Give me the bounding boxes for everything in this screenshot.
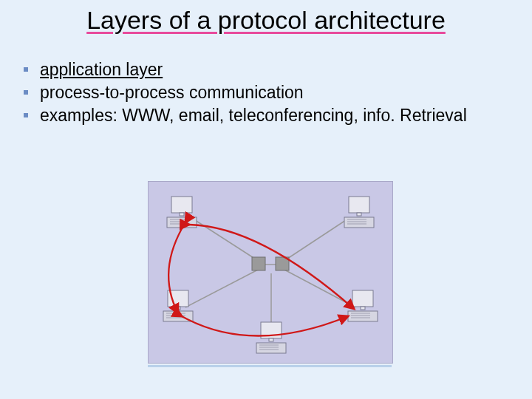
computer-icon <box>167 197 197 228</box>
computer-icon <box>256 322 286 353</box>
bullet-list: application layer process-to-process com… <box>40 59 502 126</box>
bullet-text: process-to-process communication <box>40 83 304 102</box>
slide-title: Layers of a protocol architecture <box>0 6 532 35</box>
network-links <box>185 219 355 330</box>
slide-body: application layer process-to-process com… <box>40 59 502 127</box>
bullet-item: examples: WWW, email, teleconferencing, … <box>40 105 502 126</box>
computer-icon <box>344 197 374 228</box>
bullet-text: application layer <box>40 60 163 79</box>
computer-icon <box>348 290 378 321</box>
slide: Layers of a protocol architecture applic… <box>0 0 532 399</box>
computer-icon <box>163 290 193 321</box>
svg-line-7 <box>283 219 348 262</box>
bullet-text: examples: WWW, email, teleconferencing, … <box>40 106 467 125</box>
application-paths <box>168 222 354 336</box>
bullet-item: process-to-process communication <box>40 82 502 103</box>
router-icon <box>252 257 265 270</box>
bullet-item: application layer <box>40 59 502 81</box>
network-diagram-svg <box>149 182 392 363</box>
footer-divider <box>148 365 392 367</box>
svg-line-8 <box>185 269 259 307</box>
network-diagram <box>148 181 393 364</box>
